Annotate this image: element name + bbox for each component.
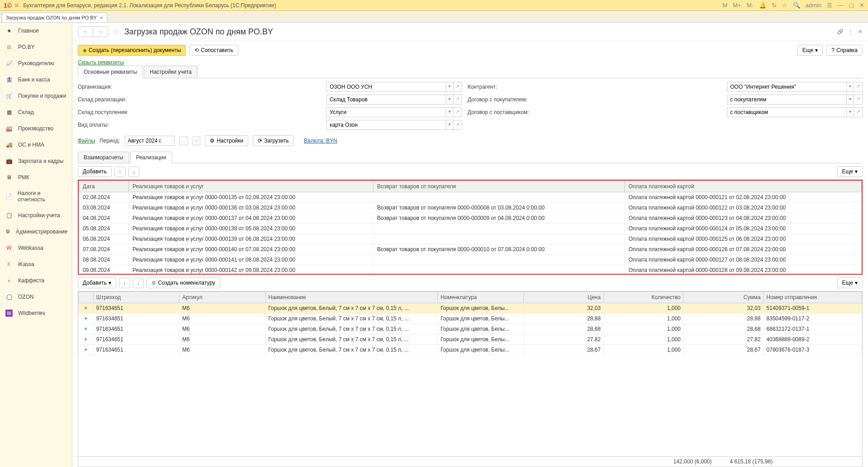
hide-details-link[interactable]: Скрыть реквизиты — [72, 59, 868, 66]
dropdown-icon[interactable]: ▾ — [446, 107, 453, 117]
minimize-icon[interactable]: — — [838, 2, 844, 9]
dropdown-icon[interactable]: ▾ — [847, 95, 854, 105]
table-row[interactable]: 07.08.2024Реализация товаров и услуг 000… — [79, 244, 862, 255]
table-row[interactable]: 06.08.2024Реализация товаров и услуг 000… — [79, 234, 862, 244]
expand-icon[interactable]: + — [79, 324, 94, 334]
table-row[interactable]: 03.08.2024Реализация товаров и услуг 000… — [79, 203, 862, 213]
org-input[interactable] — [326, 82, 446, 92]
table-row[interactable]: +971634651M6Горшок для цветов, Белый, 7 … — [79, 314, 862, 324]
expand-icon[interactable]: + — [79, 303, 94, 314]
compare-button[interactable]: ⟲Сопоставить — [189, 45, 238, 56]
table-row[interactable]: 02.08.2024Реализация товаров и услуг 000… — [79, 192, 862, 203]
tab-ozon-load[interactable]: Загрузка продаж OZON по дням PO.BY ✕ — [2, 13, 107, 22]
sidebar-item-wb[interactable]: WWildberries — [0, 305, 72, 321]
sidebar-item-salary[interactable]: 💼Зарплата и кадры — [0, 153, 72, 169]
dropdown-icon[interactable]: ▾ — [847, 107, 854, 117]
settings-icon[interactable]: ☰ — [827, 2, 832, 9]
currency-link[interactable]: Валюта: BYN — [298, 138, 343, 144]
table-row[interactable]: +971634651M6Горшок для цветов, Белый, 7 … — [79, 303, 862, 314]
settings-button[interactable]: ⚙ Настройки — [205, 135, 248, 146]
sidebar-item-tax[interactable]: 📄Налоги и отчетность — [0, 186, 72, 207]
col-real[interactable]: Реализация товаров и услуг — [129, 181, 373, 192]
period-picker-icon[interactable]: ... — [179, 137, 188, 145]
table-row[interactable]: +971634651M6Горшок для цветов, Белый, 7 … — [79, 345, 862, 355]
col-name[interactable]: Наименование — [265, 292, 438, 303]
col-price[interactable]: Цена — [524, 292, 604, 303]
expand-icon[interactable]: + — [79, 345, 94, 355]
more-button[interactable]: Еще ▾ — [837, 166, 863, 177]
mem-mplus[interactable]: M+ — [733, 2, 741, 9]
sidebar-item-poby[interactable]: ⊞PO.BY — [0, 39, 72, 55]
table-row[interactable]: 04.08.2024Реализация товаров и услуг 000… — [79, 213, 862, 224]
menu-icon[interactable]: ≡ — [14, 1, 19, 10]
close-icon[interactable]: ✕ — [859, 2, 864, 9]
sidebar-item-warehouse[interactable]: ▦Склад — [0, 104, 72, 120]
tab-realizations[interactable]: Реализации — [130, 152, 172, 163]
sidebar-item-admin[interactable]: ⚙Администрирование — [0, 224, 72, 240]
col-date[interactable]: Дата — [79, 181, 129, 192]
kebab-icon[interactable]: ⋮ — [848, 29, 854, 35]
nav-back-icon[interactable]: ← — [78, 27, 93, 37]
favorite-icon[interactable]: ☆ — [113, 27, 120, 37]
create-documents-button[interactable]: ◆Создать (перезаполнить) документы — [78, 45, 186, 56]
more-button[interactable]: Еще ▾ — [837, 277, 863, 288]
open-icon[interactable]: ↗ — [453, 107, 462, 117]
user-label[interactable]: admin — [806, 2, 821, 9]
mem-mminus[interactable]: M- — [746, 2, 753, 9]
history-icon[interactable]: ↻ — [772, 2, 777, 9]
open-icon[interactable]: ↗ — [453, 82, 462, 92]
tab-close-icon[interactable]: ✕ — [99, 15, 103, 20]
sklad-real-input[interactable] — [326, 95, 446, 105]
col-sum[interactable]: Сумма — [684, 292, 764, 303]
sidebar-item-production[interactable]: 🏭Производство — [0, 120, 72, 137]
col-ret[interactable]: Возврат товаров от покупателя — [373, 181, 625, 192]
col-art[interactable]: Артикул — [179, 292, 265, 303]
maximize-icon[interactable]: ◻ — [849, 2, 854, 9]
star-icon[interactable]: ☆ — [782, 2, 788, 9]
close-page-icon[interactable]: ✕ — [858, 29, 863, 35]
tab-main-details[interactable]: Основные реквизиты — [78, 66, 143, 78]
tab-account-settings[interactable]: Настройки учета — [144, 66, 198, 78]
link-icon[interactable]: 🔗 — [837, 29, 844, 35]
table-row[interactable]: 05.08.2024Реализация товаров и услуг 000… — [79, 224, 862, 234]
sidebar-item-bank[interactable]: 🏦Банк и касса — [0, 71, 72, 88]
sidebar-item-ozon[interactable]: ◯OZON — [0, 289, 72, 305]
table-row[interactable]: 08.08.2024Реализация товаров и услуг 000… — [79, 255, 862, 265]
sidebar-item-main[interactable]: ★Главное — [0, 23, 72, 39]
sidebar-item-webkassa[interactable]: WWebkassa — [0, 240, 72, 256]
dropdown-icon[interactable]: ▾ — [446, 82, 453, 92]
col-pay[interactable]: Оплата платежной картой — [625, 181, 862, 192]
counter-input[interactable] — [727, 82, 847, 92]
dropdown-icon[interactable]: ▾ — [446, 120, 453, 130]
dropdown-icon[interactable]: ▾ — [446, 95, 453, 105]
search-icon[interactable]: 🔍 — [793, 2, 800, 9]
move-down-icon[interactable]: ↓ — [128, 167, 140, 177]
period-stepper-icon[interactable]: ÷ — [193, 137, 201, 145]
col-barcode[interactable]: Штрихкод — [93, 292, 179, 303]
sidebar-item-ikassa[interactable]: KiKassa — [0, 256, 72, 272]
sidebar-item-settings[interactable]: 📋Настройки учета — [0, 207, 72, 224]
open-icon[interactable]: ↗ — [453, 95, 462, 105]
more-button[interactable]: Еще ▾ — [797, 45, 823, 56]
open-icon[interactable]: ↗ — [854, 95, 863, 105]
col-ship[interactable]: Номер отправления — [764, 292, 862, 303]
open-icon[interactable]: ↗ — [854, 82, 863, 92]
table-row[interactable]: +971634651M6Горшок для цветов, Белый, 7 … — [79, 334, 862, 345]
dropdown-icon[interactable]: ▾ — [847, 82, 854, 92]
dog-supplier-input[interactable] — [727, 107, 847, 117]
help-button[interactable]: ? Справка — [826, 45, 863, 56]
add-row-button[interactable]: Добавить ▾ — [78, 277, 116, 288]
sidebar-item-os[interactable]: 🚚ОС и НМА — [0, 137, 72, 153]
table-row[interactable]: +971634651M6Горшок для цветов, Белый, 7 … — [79, 324, 862, 334]
table-row[interactable]: 09.08.2024Реализация товаров и услуг 000… — [79, 265, 862, 275]
sidebar-item-sales[interactable]: 🛒Покупки и продажи — [0, 88, 72, 104]
sidebar-item-manager[interactable]: 📈Руководителю — [0, 55, 72, 71]
create-nomenclature-button[interactable]: ⊕ Создать номенклатуру — [146, 277, 220, 288]
move-down-icon[interactable]: ↓ — [133, 278, 144, 288]
move-up-icon[interactable]: ↑ — [114, 167, 126, 177]
col-nom[interactable]: Номенклатура — [438, 292, 524, 303]
period-input[interactable] — [125, 136, 175, 146]
load-button[interactable]: ⟳ Загрузить — [253, 135, 294, 146]
sidebar-item-rmk[interactable]: 🖥РМК — [0, 169, 72, 186]
dog-buyer-input[interactable] — [727, 95, 847, 105]
